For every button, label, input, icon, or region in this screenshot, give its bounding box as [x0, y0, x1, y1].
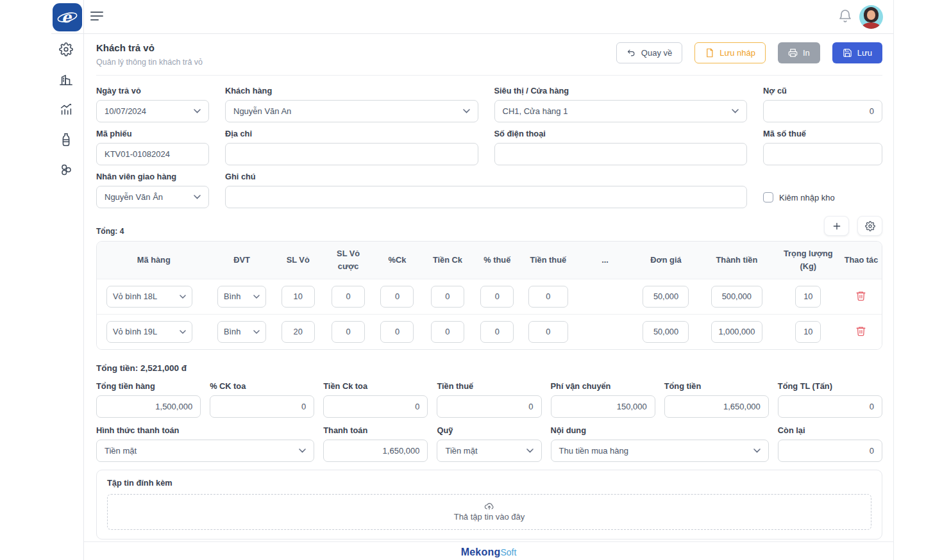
item-select[interactable]: Vỏ bình 19L — [106, 321, 192, 343]
qty-input[interactable] — [282, 286, 315, 308]
old-debt-input[interactable] — [763, 100, 882, 122]
tax-total-input[interactable] — [437, 395, 541, 418]
col-header: Thành tiền — [698, 242, 776, 279]
field-label: Khách hàng — [225, 86, 478, 95]
line-total-input[interactable] — [711, 321, 762, 343]
chevron-down-icon — [732, 109, 739, 113]
back-button[interactable]: Quay về — [616, 42, 682, 63]
order-discount-amount-input[interactable] — [323, 395, 428, 418]
field-label: Phí vận chuyển — [551, 381, 655, 391]
user-avatar[interactable] — [859, 5, 883, 29]
field-label: Siêu thị / Cửa hàng — [494, 86, 748, 95]
field-label: Nợ cũ — [763, 86, 882, 95]
field-label: Địa chỉ — [225, 129, 478, 138]
goods-total-input[interactable] — [96, 395, 201, 418]
content-select[interactable]: Thu tiền mua hàng — [551, 440, 769, 462]
weight-input[interactable] — [795, 321, 821, 343]
app-logo[interactable]: e — [53, 3, 82, 31]
delete-row-button[interactable] — [854, 289, 868, 304]
document-icon — [705, 48, 714, 58]
col-header: ĐVT — [211, 242, 273, 279]
gear-icon — [865, 221, 875, 231]
discount-amount-input[interactable] — [431, 321, 464, 343]
voucher-code-input[interactable] — [96, 143, 209, 165]
unit-select[interactable]: Bình — [217, 321, 266, 343]
total-weight-input[interactable] — [778, 395, 882, 418]
logo-e-orbit-icon: e — [56, 8, 78, 27]
bell-icon[interactable] — [837, 8, 853, 25]
page-subtitle: Quản lý thông tin khách trả vỏ — [96, 58, 203, 67]
col-header: SL Vỏ — [273, 242, 323, 279]
print-button[interactable]: In — [778, 42, 820, 63]
chevron-down-icon — [253, 295, 260, 299]
payment-amount-input[interactable] — [323, 440, 428, 462]
save-draft-button[interactable]: Lưu nháp — [694, 42, 766, 63]
payment-method-select[interactable]: Tiền mặt — [96, 440, 314, 462]
item-select[interactable]: Vỏ bình 18L — [106, 286, 192, 308]
chevron-down-icon — [180, 295, 186, 299]
field-label: Mã số thuế — [763, 129, 882, 138]
deposit-qty-input[interactable] — [332, 286, 365, 308]
field-label: Tiền thuế — [437, 381, 541, 391]
weight-input[interactable] — [795, 286, 821, 308]
delivery-staff-select[interactable]: Nguyễn Văn Ân — [96, 186, 209, 208]
shipping-fee-input[interactable] — [551, 395, 655, 418]
add-row-button[interactable] — [824, 216, 849, 236]
discount-pct-input[interactable] — [380, 286, 414, 308]
address-input[interactable] — [225, 143, 478, 165]
topbar-divider — [51, 33, 893, 34]
unit-price-input[interactable] — [643, 286, 689, 308]
field-label: Tiền Ck toa — [323, 381, 428, 391]
table-settings-button[interactable] — [857, 216, 882, 236]
qty-input[interactable] — [282, 321, 315, 343]
tax-pct-input[interactable] — [480, 286, 514, 308]
field-label: Nhân viên giao hàng — [96, 172, 209, 181]
page-title: Khách trả vỏ — [96, 42, 203, 53]
sidebar-report-chart-icon[interactable] — [59, 103, 73, 117]
sidebar-bottle-icon[interactable] — [59, 133, 73, 147]
tax-code-input[interactable] — [763, 143, 882, 165]
tax-amount-input[interactable] — [528, 321, 568, 343]
unit-price-input[interactable] — [643, 321, 689, 343]
fund-select[interactable]: Tiền mặt — [437, 440, 541, 462]
field-label: Ngày trả vỏ — [96, 86, 209, 95]
discount-amount-input[interactable] — [431, 286, 464, 308]
field-label: Thanh toán — [323, 425, 428, 435]
total-amount-input[interactable] — [664, 395, 769, 418]
tax-pct-input[interactable] — [480, 321, 514, 343]
line-total-input[interactable] — [711, 286, 762, 308]
note-input[interactable] — [225, 186, 747, 208]
chevron-down-icon — [526, 449, 534, 453]
warehouse-entry-checkbox[interactable] — [763, 192, 773, 202]
field-label: Tổng tiền hàng — [96, 381, 201, 391]
table-total-count: Tổng: 4 — [96, 227, 124, 236]
deposit-qty-input[interactable] — [332, 321, 365, 343]
menu-toggle-icon[interactable] — [90, 12, 103, 21]
unit-select[interactable]: Bình — [217, 286, 266, 308]
field-label: Quỹ — [437, 425, 541, 435]
save-button[interactable]: Lưu — [832, 42, 882, 63]
return-date-select[interactable]: 10/07/2024 — [96, 100, 209, 122]
customer-select[interactable]: Nguyễn Văn An — [225, 100, 478, 122]
chevron-down-icon — [753, 449, 761, 453]
field-label: Tổng TL (Tấn) — [778, 381, 882, 391]
sidebar-company-buildings-icon[interactable] — [59, 72, 73, 86]
col-header: Tiền Ck — [421, 242, 475, 279]
phone-input[interactable] — [494, 143, 748, 165]
discount-pct-input[interactable] — [380, 321, 414, 343]
items-table: Mã hàng ĐVT SL Vỏ SL Vỏ cược %Ck Tiền Ck… — [96, 241, 882, 350]
delete-row-button[interactable] — [854, 324, 868, 340]
tax-amount-input[interactable] — [528, 286, 568, 308]
field-label: Hình thức thanh toán — [96, 425, 314, 435]
sidebar-settings-gear-icon[interactable] — [59, 42, 73, 56]
remaining-input[interactable] — [778, 440, 882, 462]
order-discount-pct-input[interactable] — [210, 395, 314, 418]
sidebar-divider — [83, 0, 84, 560]
footer-brand: Mekong — [461, 547, 501, 557]
field-label: Số điện thoại — [494, 129, 748, 138]
upload-cloud-icon — [484, 502, 494, 511]
store-select[interactable]: CH1, Cửa hàng 1 — [494, 100, 748, 122]
sidebar-molecule-icon[interactable] — [59, 163, 73, 177]
file-dropzone[interactable]: Thả tập tin vào đây — [107, 494, 871, 530]
field-label: Ghi chú — [225, 172, 747, 181]
